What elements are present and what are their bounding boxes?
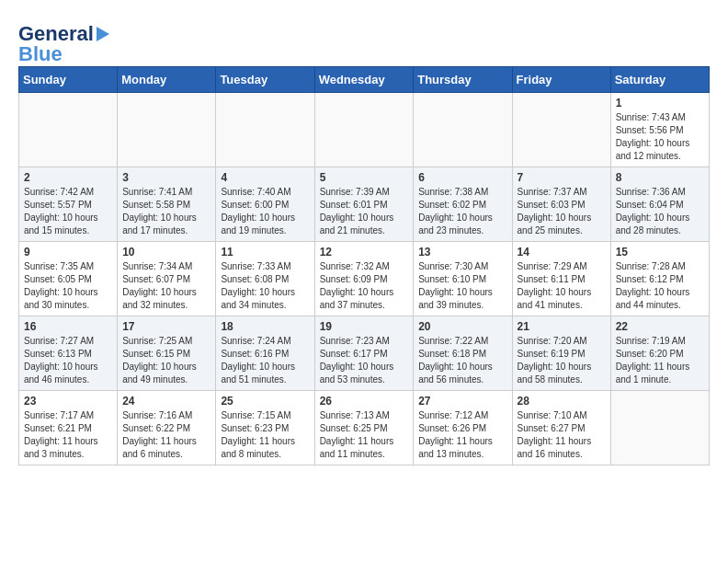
- calendar-day-cell: 18Sunrise: 7:24 AM Sunset: 6:16 PM Dayli…: [216, 316, 314, 391]
- day-info: Sunrise: 7:17 AM Sunset: 6:21 PM Dayligh…: [24, 409, 112, 461]
- calendar-table: SundayMondayTuesdayWednesdayThursdayFrid…: [18, 66, 710, 465]
- day-number: 8: [616, 171, 704, 184]
- day-number: 18: [221, 320, 309, 333]
- weekday-header-saturday: Saturday: [610, 67, 709, 93]
- day-info: Sunrise: 7:42 AM Sunset: 5:57 PM Dayligh…: [24, 186, 112, 237]
- day-number: 16: [24, 320, 112, 333]
- calendar-day-cell: 7Sunrise: 7:37 AM Sunset: 6:03 PM Daylig…: [512, 167, 610, 242]
- day-number: 1: [616, 97, 704, 109]
- day-number: 14: [518, 246, 606, 259]
- day-info: Sunrise: 7:10 AM Sunset: 6:27 PM Dayligh…: [518, 409, 606, 461]
- day-number: 21: [518, 320, 606, 333]
- calendar-day-cell: 28Sunrise: 7:10 AM Sunset: 6:27 PM Dayli…: [512, 391, 610, 465]
- day-info: Sunrise: 7:30 AM Sunset: 6:10 PM Dayligh…: [418, 260, 506, 312]
- day-number: 11: [221, 246, 309, 259]
- day-info: Sunrise: 7:39 AM Sunset: 6:01 PM Dayligh…: [320, 186, 409, 237]
- weekday-header-friday: Friday: [512, 67, 610, 93]
- calendar-day-cell: 6Sunrise: 7:38 AM Sunset: 6:02 PM Daylig…: [414, 167, 512, 242]
- day-number: 9: [24, 246, 112, 259]
- day-info: Sunrise: 7:34 AM Sunset: 6:07 PM Dayligh…: [122, 260, 210, 312]
- day-number: 22: [616, 320, 704, 333]
- calendar-day-cell: 15Sunrise: 7:28 AM Sunset: 6:12 PM Dayli…: [610, 242, 709, 316]
- day-number: 2: [24, 171, 112, 184]
- day-info: Sunrise: 7:16 AM Sunset: 6:22 PM Dayligh…: [122, 409, 210, 461]
- calendar-day-cell: 14Sunrise: 7:29 AM Sunset: 6:11 PM Dayli…: [512, 242, 610, 316]
- day-number: 20: [418, 320, 506, 333]
- day-number: 7: [518, 171, 606, 184]
- day-number: 15: [616, 246, 704, 259]
- day-info: Sunrise: 7:33 AM Sunset: 6:08 PM Dayligh…: [221, 260, 309, 312]
- day-number: 6: [418, 171, 506, 184]
- day-info: Sunrise: 7:28 AM Sunset: 6:12 PM Dayligh…: [616, 260, 704, 312]
- calendar-header-row: SundayMondayTuesdayWednesdayThursdayFrid…: [19, 67, 710, 93]
- day-info: Sunrise: 7:22 AM Sunset: 6:18 PM Dayligh…: [418, 335, 506, 386]
- calendar-day-cell: 1Sunrise: 7:43 AM Sunset: 5:56 PM Daylig…: [610, 93, 709, 167]
- calendar-week-row: 9Sunrise: 7:35 AM Sunset: 6:05 PM Daylig…: [19, 242, 710, 316]
- day-number: 24: [122, 395, 210, 408]
- day-number: 23: [24, 395, 112, 408]
- day-info: Sunrise: 7:20 AM Sunset: 6:19 PM Dayligh…: [518, 335, 606, 386]
- day-number: 5: [320, 171, 409, 184]
- calendar-day-cell: 20Sunrise: 7:22 AM Sunset: 6:18 PM Dayli…: [414, 316, 512, 391]
- day-info: Sunrise: 7:24 AM Sunset: 6:16 PM Dayligh…: [221, 335, 309, 386]
- day-info: Sunrise: 7:41 AM Sunset: 5:58 PM Dayligh…: [122, 186, 210, 237]
- weekday-header-sunday: Sunday: [19, 67, 118, 93]
- calendar-day-cell: 24Sunrise: 7:16 AM Sunset: 6:22 PM Dayli…: [118, 391, 216, 465]
- day-number: 4: [221, 171, 309, 184]
- calendar-week-row: 16Sunrise: 7:27 AM Sunset: 6:13 PM Dayli…: [19, 316, 710, 391]
- calendar-day-cell: 13Sunrise: 7:30 AM Sunset: 6:10 PM Dayli…: [414, 242, 512, 316]
- calendar-day-cell: 25Sunrise: 7:15 AM Sunset: 6:23 PM Dayli…: [216, 391, 314, 465]
- day-number: 28: [518, 395, 606, 408]
- calendar-day-cell: 9Sunrise: 7:35 AM Sunset: 6:05 PM Daylig…: [19, 242, 118, 316]
- day-number: 12: [320, 246, 409, 259]
- day-info: Sunrise: 7:40 AM Sunset: 6:00 PM Dayligh…: [221, 186, 309, 237]
- day-number: 19: [320, 320, 409, 333]
- weekday-header-monday: Monday: [118, 67, 216, 93]
- day-info: Sunrise: 7:27 AM Sunset: 6:13 PM Dayligh…: [24, 335, 112, 386]
- calendar-day-cell: 21Sunrise: 7:20 AM Sunset: 6:19 PM Dayli…: [512, 316, 610, 391]
- day-info: Sunrise: 7:15 AM Sunset: 6:23 PM Dayligh…: [221, 409, 309, 461]
- day-number: 27: [418, 395, 506, 408]
- calendar-day-cell: 8Sunrise: 7:36 AM Sunset: 6:04 PM Daylig…: [610, 167, 709, 242]
- day-info: Sunrise: 7:36 AM Sunset: 6:04 PM Dayligh…: [616, 186, 704, 237]
- calendar-day-cell: 27Sunrise: 7:12 AM Sunset: 6:26 PM Dayli…: [414, 391, 512, 465]
- day-info: Sunrise: 7:43 AM Sunset: 5:56 PM Dayligh…: [616, 111, 704, 163]
- calendar-day-cell: 4Sunrise: 7:40 AM Sunset: 6:00 PM Daylig…: [216, 167, 314, 242]
- calendar-day-cell: [118, 93, 216, 167]
- calendar-day-cell: 3Sunrise: 7:41 AM Sunset: 5:58 PM Daylig…: [118, 167, 216, 242]
- day-info: Sunrise: 7:38 AM Sunset: 6:02 PM Dayligh…: [418, 186, 506, 237]
- logo: General Blue: [18, 22, 109, 66]
- calendar-week-row: 1Sunrise: 7:43 AM Sunset: 5:56 PM Daylig…: [19, 93, 710, 167]
- calendar-day-cell: 26Sunrise: 7:13 AM Sunset: 6:25 PM Dayli…: [314, 391, 414, 465]
- calendar-day-cell: [610, 391, 709, 465]
- calendar-day-cell: [216, 93, 314, 167]
- day-info: Sunrise: 7:29 AM Sunset: 6:11 PM Dayligh…: [518, 260, 606, 312]
- day-info: Sunrise: 7:32 AM Sunset: 6:09 PM Dayligh…: [320, 260, 409, 312]
- calendar-day-cell: [414, 93, 512, 167]
- calendar-day-cell: 10Sunrise: 7:34 AM Sunset: 6:07 PM Dayli…: [118, 242, 216, 316]
- day-number: 10: [122, 246, 210, 259]
- day-info: Sunrise: 7:19 AM Sunset: 6:20 PM Dayligh…: [616, 335, 704, 386]
- calendar-day-cell: [512, 93, 610, 167]
- calendar-day-cell: 22Sunrise: 7:19 AM Sunset: 6:20 PM Dayli…: [610, 316, 709, 391]
- logo-blue: Blue: [18, 42, 63, 66]
- day-number: 3: [122, 171, 210, 184]
- calendar-day-cell: 12Sunrise: 7:32 AM Sunset: 6:09 PM Dayli…: [314, 242, 414, 316]
- calendar-day-cell: 5Sunrise: 7:39 AM Sunset: 6:01 PM Daylig…: [314, 167, 414, 242]
- calendar-week-row: 2Sunrise: 7:42 AM Sunset: 5:57 PM Daylig…: [19, 167, 710, 242]
- day-info: Sunrise: 7:35 AM Sunset: 6:05 PM Dayligh…: [24, 260, 112, 312]
- calendar-day-cell: 23Sunrise: 7:17 AM Sunset: 6:21 PM Dayli…: [19, 391, 118, 465]
- calendar-day-cell: [19, 93, 118, 167]
- day-info: Sunrise: 7:25 AM Sunset: 6:15 PM Dayligh…: [122, 335, 210, 386]
- day-number: 25: [221, 395, 309, 408]
- calendar-day-cell: 2Sunrise: 7:42 AM Sunset: 5:57 PM Daylig…: [19, 167, 118, 242]
- day-number: 26: [320, 395, 409, 408]
- weekday-header-thursday: Thursday: [414, 67, 512, 93]
- calendar-day-cell: 11Sunrise: 7:33 AM Sunset: 6:08 PM Dayli…: [216, 242, 314, 316]
- weekday-header-wednesday: Wednesday: [314, 67, 414, 93]
- calendar-day-cell: [314, 93, 414, 167]
- logo-arrow-icon: [97, 27, 109, 41]
- day-info: Sunrise: 7:23 AM Sunset: 6:17 PM Dayligh…: [320, 335, 409, 386]
- day-number: 17: [122, 320, 210, 333]
- calendar-day-cell: 19Sunrise: 7:23 AM Sunset: 6:17 PM Dayli…: [314, 316, 414, 391]
